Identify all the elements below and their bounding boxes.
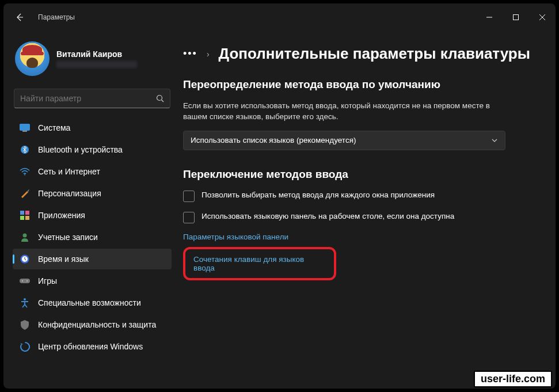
sidebar: Виталий Каиров Система Bluetooth и устро… — [3, 31, 176, 389]
accessibility-icon — [20, 298, 30, 308]
svg-point-16 — [24, 298, 26, 300]
nav-personalization[interactable]: Персонализация — [13, 183, 172, 204]
watermark: user-life.com — [474, 371, 552, 387]
nav: Система Bluetooth и устройства Сеть и Ин… — [13, 117, 172, 357]
breadcrumb: ••• › Дополнительные параметры клавиатур… — [183, 45, 549, 63]
page-title: Дополнительные параметры клавиатуры — [219, 45, 530, 63]
titlebar: Параметры — [3, 3, 556, 31]
avatar — [15, 41, 50, 76]
clock-globe-icon — [20, 254, 30, 264]
svg-point-5 — [24, 174, 25, 176]
svg-rect-3 — [22, 131, 27, 132]
search-box[interactable] — [14, 89, 170, 108]
section-heading-switching: Переключение методов ввода — [183, 168, 549, 182]
checkbox-icon[interactable] — [183, 212, 195, 223]
user-profile[interactable]: Виталий Каиров — [13, 38, 172, 85]
svg-rect-8 — [20, 216, 24, 220]
nav-bluetooth[interactable]: Bluetooth и устройства — [13, 139, 172, 160]
chevron-down-icon — [491, 137, 498, 144]
search-input[interactable] — [20, 94, 156, 103]
checkbox-language-bar[interactable]: Использовать языковую панель на рабочем … — [183, 211, 505, 223]
highlight-annotation: Сочетания клавиш для языков ввода — [183, 247, 336, 280]
svg-point-15 — [26, 280, 28, 281]
nav-gaming[interactable]: Игры — [13, 271, 172, 291]
svg-point-1 — [157, 96, 162, 101]
nav-accounts[interactable]: Учетные записи — [13, 227, 172, 248]
update-icon — [20, 341, 30, 352]
close-button[interactable] — [529, 8, 556, 26]
svg-rect-2 — [20, 124, 30, 131]
nav-update[interactable]: Центр обновления Windows — [13, 336, 172, 357]
gamepad-icon — [20, 276, 30, 286]
input-method-dropdown[interactable]: Использовать список языков (рекомендуетс… — [183, 131, 505, 150]
svg-rect-13 — [20, 279, 30, 283]
shield-icon — [20, 319, 30, 330]
brush-icon — [20, 188, 30, 199]
maximize-button[interactable] — [503, 8, 529, 26]
user-name: Виталий Каиров — [56, 50, 137, 59]
main-content: ••• › Дополнительные параметры клавиатур… — [176, 31, 556, 389]
checkbox-per-window[interactable]: Позволить выбирать метод ввода для каждо… — [183, 190, 505, 202]
nav-privacy[interactable]: Конфиденциальность и защита — [13, 314, 172, 335]
svg-point-10 — [23, 234, 27, 238]
nav-accessibility[interactable]: Специальные возможности — [13, 292, 172, 313]
svg-rect-6 — [20, 211, 24, 215]
back-button[interactable] — [13, 10, 26, 24]
svg-rect-9 — [25, 216, 29, 220]
system-icon — [20, 123, 30, 133]
svg-point-14 — [22, 280, 23, 281]
dropdown-value: Использовать список языков (рекомендуетс… — [191, 136, 356, 144]
minimize-button[interactable] — [476, 8, 503, 26]
apps-icon — [20, 210, 30, 220]
nav-time-language[interactable]: Время и язык — [13, 249, 172, 269]
nav-network[interactable]: Сеть и Интернет — [13, 161, 172, 182]
chevron-right-icon: › — [207, 50, 210, 59]
nav-system[interactable]: Система — [13, 117, 172, 138]
link-language-bar-options[interactable]: Параметры языковой панели — [183, 233, 549, 241]
search-icon — [156, 94, 164, 102]
window-title: Параметры — [38, 13, 75, 21]
checkbox-icon[interactable] — [183, 191, 195, 202]
section-description: Если вы хотите использовать метод ввода,… — [183, 100, 505, 123]
svg-rect-7 — [25, 211, 29, 215]
person-icon — [20, 232, 30, 242]
section-heading-override: Переопределение метода ввода по умолчани… — [183, 78, 549, 92]
nav-apps[interactable]: Приложения — [13, 205, 172, 226]
user-email-blurred — [56, 61, 137, 68]
breadcrumb-ellipsis[interactable]: ••• — [183, 48, 197, 60]
bluetooth-icon — [20, 144, 30, 155]
svg-rect-0 — [514, 15, 519, 20]
wifi-icon — [20, 166, 30, 177]
link-input-language-hotkeys[interactable]: Сочетания клавиш для языков ввода — [193, 255, 326, 272]
